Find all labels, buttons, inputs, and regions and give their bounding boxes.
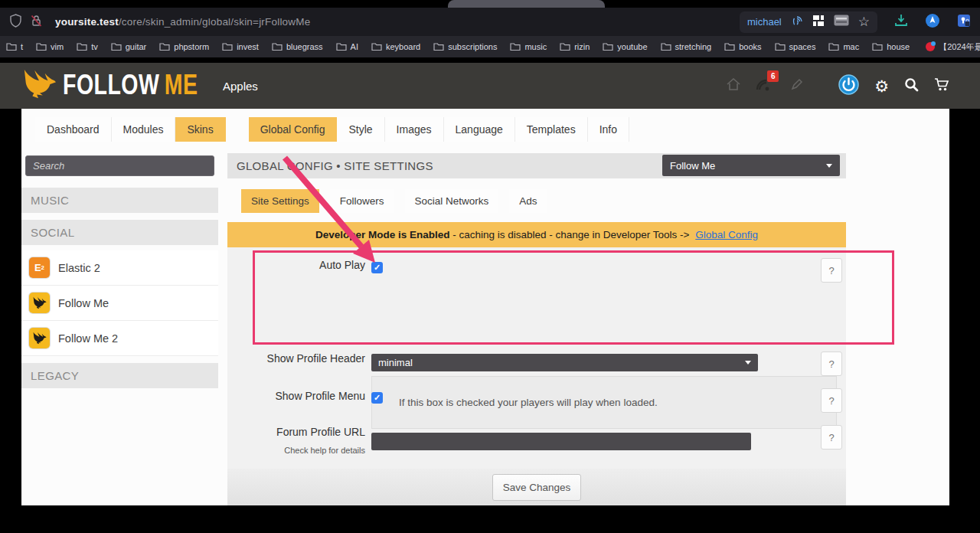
bookmark-label: books bbox=[739, 42, 761, 51]
sidebar-item-followme[interactable]: Follow Me bbox=[21, 286, 218, 321]
pencil-icon[interactable] bbox=[791, 78, 803, 93]
fingerprint-icon bbox=[791, 15, 803, 30]
main-tab[interactable]: Modules bbox=[112, 117, 176, 142]
browser-tab-remnant[interactable] bbox=[448, 0, 605, 8]
bookmark-item[interactable]: youtube bbox=[603, 42, 647, 51]
downloads-icon[interactable] bbox=[894, 14, 908, 30]
bookmark-item[interactable]: rizin bbox=[560, 42, 590, 51]
browser-profile-chip[interactable]: michael ☆ bbox=[740, 11, 877, 33]
banner-bold-text: Developer Mode is Enabled bbox=[315, 229, 450, 240]
bookmark-label: AI bbox=[351, 42, 358, 51]
main-tab-label: Dashboard bbox=[47, 123, 100, 136]
save-changes-button[interactable]: Save Changes bbox=[492, 474, 582, 501]
sidebar-section-legacy[interactable]: LEGACY bbox=[21, 363, 218, 388]
profile-name: michael bbox=[747, 16, 782, 28]
appbar-menu-apples[interactable]: Apples bbox=[223, 80, 258, 93]
browser-top-strip bbox=[0, 0, 980, 8]
sidebar-section-music[interactable]: MUSIC bbox=[21, 188, 218, 213]
bookmark-item[interactable]: house bbox=[872, 42, 910, 51]
url-path: /core/skin_admin/global/skin=jrFollowMe bbox=[119, 16, 311, 28]
main-tab-label: Images bbox=[397, 123, 432, 136]
main-tab-label: Style bbox=[348, 123, 372, 136]
bookmark-item[interactable]: music bbox=[510, 42, 547, 51]
bookmark-item[interactable]: tv bbox=[77, 42, 98, 51]
global-config-link[interactable]: Global Config bbox=[695, 229, 758, 240]
power-icon[interactable] bbox=[838, 74, 859, 98]
sub-tab-label: Site Settings bbox=[251, 195, 309, 207]
bookmark-item[interactable]: spaces bbox=[775, 42, 816, 51]
bookmark-item[interactable]: books bbox=[724, 42, 761, 51]
main-tab[interactable]: Language bbox=[444, 117, 515, 142]
form-footer-bar: Save Changes bbox=[227, 469, 846, 505]
bookmark-item[interactable]: vim bbox=[36, 42, 64, 51]
chevron-down-icon bbox=[745, 361, 751, 365]
insecure-lock-icon[interactable] bbox=[30, 14, 43, 31]
bookmark-label: stretching bbox=[675, 42, 712, 51]
main-tab-strip: Dashboard Modules Skins Global Config St… bbox=[35, 117, 629, 142]
main-tab[interactable]: Dashboard bbox=[35, 117, 112, 142]
bookmark-label: house bbox=[887, 42, 910, 51]
bookmark-item[interactable]: guitar bbox=[111, 42, 147, 51]
main-tab[interactable]: Skins bbox=[175, 117, 225, 142]
sidebar-item-elastic2[interactable]: E2 Elastic 2 bbox=[21, 250, 218, 286]
bookmark-item[interactable]: phpstorm bbox=[159, 42, 209, 51]
main-tab[interactable]: Style bbox=[337, 117, 384, 142]
autoplay-checkbox[interactable]: ✓ bbox=[371, 262, 383, 273]
folder-icon bbox=[433, 42, 444, 51]
main-tab[interactable]: Templates bbox=[515, 117, 588, 142]
sidebar-item-followme2[interactable]: Follow Me 2 bbox=[21, 321, 218, 356]
forum-url-label: Forum Profile URL bbox=[227, 426, 365, 438]
main-tab[interactable]: Images bbox=[385, 117, 444, 142]
bookmark-item-special[interactable]: 【2024年最新】ドレ... bbox=[926, 41, 980, 53]
folder-icon bbox=[272, 42, 283, 51]
gear-icon[interactable]: ⚙ bbox=[874, 78, 889, 94]
main-tab[interactable]: Info bbox=[588, 117, 629, 142]
bookmark-item[interactable]: t bbox=[6, 42, 23, 51]
autoplay-help-button[interactable]: ? bbox=[821, 258, 842, 283]
reader-view-icon[interactable] bbox=[834, 15, 849, 29]
sidebar-item-label: Follow Me bbox=[58, 297, 109, 309]
profile-menu-checkbox[interactable]: ✓ bbox=[371, 392, 383, 404]
cart-icon[interactable] bbox=[934, 77, 949, 95]
brand-logo[interactable]: FOLLOWME bbox=[21, 68, 210, 102]
skin-selector-dropdown[interactable]: Follow Me bbox=[662, 155, 840, 176]
navigation-location-icon[interactable] bbox=[925, 13, 940, 31]
sidebar-section-social[interactable]: SOCIAL bbox=[21, 220, 218, 245]
sub-tab[interactable]: Social Networks bbox=[405, 189, 499, 213]
bookmark-item[interactable]: invest bbox=[222, 42, 259, 51]
profile-header-help-button[interactable]: ? bbox=[821, 352, 842, 376]
chevron-down-icon bbox=[826, 164, 832, 168]
sub-tab[interactable]: Followers bbox=[330, 189, 394, 213]
forum-url-input[interactable] bbox=[371, 433, 751, 450]
sub-tab[interactable]: Site Settings bbox=[241, 189, 319, 213]
bookmark-item[interactable]: keyboard bbox=[371, 42, 420, 51]
password-manager-icon[interactable] bbox=[957, 14, 971, 31]
followme2-skin-icon bbox=[29, 328, 50, 348]
extensions-grid-icon[interactable] bbox=[812, 15, 825, 30]
folder-icon bbox=[336, 42, 347, 51]
main-tab-label: Language bbox=[456, 123, 503, 136]
url-text[interactable]: yoursite.test/core/skin_admin/global/ski… bbox=[55, 16, 310, 28]
bookmark-item[interactable]: stretching bbox=[661, 42, 712, 51]
settings-form: Auto Play ✓ ? If this box is checked you… bbox=[227, 247, 846, 469]
search-icon[interactable] bbox=[904, 77, 919, 95]
bookmark-item[interactable]: AI bbox=[336, 42, 358, 51]
bookmark-item[interactable]: subscriptions bbox=[433, 42, 497, 51]
main-tab[interactable]: Global Config bbox=[249, 117, 338, 142]
activity-icon[interactable]: 6 bbox=[756, 77, 771, 94]
bookmark-item[interactable]: bluegrass bbox=[272, 42, 323, 51]
shield-icon[interactable] bbox=[9, 14, 22, 31]
bookmark-label: 【2024年最新】ドレ... bbox=[939, 41, 980, 53]
profile-menu-help-button[interactable]: ? bbox=[821, 388, 842, 413]
bookmark-item[interactable]: mac bbox=[828, 42, 859, 51]
forum-url-help-button[interactable]: ? bbox=[821, 425, 842, 450]
profile-header-select[interactable]: minimal bbox=[371, 354, 758, 371]
folder-icon bbox=[724, 42, 735, 51]
notification-badge: 6 bbox=[767, 70, 779, 82]
autoplay-label: Auto Play bbox=[227, 259, 365, 271]
sidebar-search-input[interactable] bbox=[25, 155, 214, 176]
main-tab-label: Skins bbox=[187, 123, 213, 136]
home-icon[interactable] bbox=[727, 78, 740, 93]
sub-tab[interactable]: Ads bbox=[509, 189, 547, 213]
bookmark-star-icon[interactable]: ☆ bbox=[858, 15, 870, 28]
